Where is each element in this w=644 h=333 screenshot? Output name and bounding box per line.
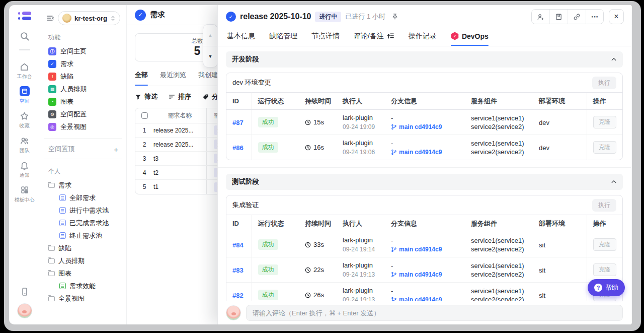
tree-item-all-requirements[interactable]: 全部需求 [46, 191, 120, 204]
folder-icon [48, 183, 55, 188]
app-logo-icon[interactable] [18, 11, 31, 21]
rail-item-notifications[interactable]: 通知 [9, 160, 40, 179]
sort-button[interactable]: 排序 [169, 92, 191, 101]
requirements-icon: ✓ [48, 60, 56, 68]
tree-folder-defects[interactable]: 缺陷 [46, 242, 120, 254]
rail-item-team[interactable]: 团队 [9, 136, 40, 154]
rail-item-template-center[interactable]: 模板中心 [9, 185, 40, 204]
run-id-link[interactable]: #87 [232, 119, 244, 126]
sidebar-item-staff-schedule[interactable]: ▦ 人员排期 [46, 83, 120, 95]
comment-input[interactable] [246, 305, 623, 321]
tree-folder-requirements[interactable]: 需求 [46, 179, 120, 191]
rail-item-label: 通知 [20, 172, 30, 179]
tree-folder-panorama[interactable]: 全景视图 [46, 292, 120, 305]
devops-hexagon-icon: Z [451, 32, 459, 40]
help-button[interactable]: ? 帮助 [588, 279, 625, 296]
add-pinned-icon[interactable]: + [114, 145, 118, 154]
tab-devops[interactable]: Z DevOps [451, 26, 489, 46]
run-row: #84 成功 33s lark-plugin09-24 19:14 -main … [226, 232, 623, 257]
search-icon[interactable] [20, 31, 30, 41]
clock-icon [305, 292, 311, 298]
sidebar-item-requirements[interactable]: ✓ 需求 [46, 57, 120, 70]
comment-bar [218, 301, 631, 324]
app-window: 工作台 空间 收藏 团队 通知 [4, 1, 641, 331]
filter-button[interactable]: 筛选 [135, 92, 157, 101]
screen: 工作台 空间 收藏 团队 通知 [0, 0, 644, 333]
template-grid-icon [20, 185, 29, 195]
run-button[interactable]: 执行 [592, 77, 616, 89]
sidebar-item-space-home[interactable]: ⓘ 空间主页 [46, 45, 120, 57]
run-id-link[interactable]: #82 [232, 292, 244, 299]
next-record-button[interactable]: ▼ [203, 46, 217, 68]
clone-button[interactable]: 克隆 [593, 238, 616, 251]
section-header-dev-stage[interactable]: 开发阶段 [226, 51, 623, 68]
add-collaborator-button[interactable] [532, 10, 549, 24]
sidebar-item-panorama[interactable]: ◎ 全景视图 [46, 120, 120, 133]
branch-link[interactable]: main cd4914c9 [399, 296, 442, 301]
more-button[interactable]: ⋯ [586, 10, 603, 24]
tab-comments[interactable]: 评论/备注 [354, 26, 394, 46]
branch-link[interactable]: main cd4914c9 [399, 149, 442, 156]
tree-item-terminated-pool[interactable]: 终止需求池 [46, 229, 120, 242]
select-all-checkbox[interactable] [141, 112, 148, 119]
previous-record-button[interactable]: ▲ [203, 25, 217, 46]
link-button[interactable] [568, 10, 586, 24]
runs-table: ID运行状态持续时间执行人分支信息服务组件部署环境操作 #84 成功 33s l… [226, 215, 623, 301]
section-label-personal: 个人 [48, 167, 120, 176]
tab-recent[interactable]: 最近浏览 [160, 71, 186, 86]
run-id-link[interactable]: #83 [232, 267, 244, 274]
clone-button[interactable]: 克隆 [593, 116, 616, 128]
collapse-sidebar-icon[interactable] [46, 14, 54, 22]
view-list-icon [59, 220, 66, 226]
run-id-link[interactable]: #84 [232, 241, 244, 249]
sidebar-item-charts[interactable]: ◔ 图表 [46, 95, 120, 108]
comment-sort-icon [387, 32, 394, 40]
org-selector[interactable]: kr-test-org [58, 11, 120, 25]
tab-node-details[interactable]: 节点详情 [311, 26, 340, 46]
defects-icon: ! [48, 73, 56, 81]
run-button[interactable]: 执行 [592, 199, 616, 212]
tree-item-inprogress-pool[interactable]: 进行中需求池 [46, 204, 120, 217]
clock-icon [305, 145, 311, 151]
tree-folder-schedule[interactable]: 人员排期 [46, 254, 120, 267]
sidebar-item-defects[interactable]: ! 缺陷 [46, 70, 120, 83]
run-status-badge: 成功 [258, 264, 278, 275]
rail-item-label: 空间 [20, 98, 30, 105]
rail-item-favorites[interactable]: 收藏 [9, 111, 40, 129]
tab-all[interactable]: 全部 [135, 71, 148, 86]
rail-item-workbench[interactable]: 工作台 [9, 61, 40, 80]
clone-button[interactable]: 克隆 [593, 263, 616, 276]
clone-button[interactable]: 克隆 [593, 141, 616, 154]
run-id-link[interactable]: #86 [232, 144, 244, 152]
requirements-icon: ✓ [135, 10, 146, 21]
org-name: kr-test-org [74, 15, 107, 22]
tab-operation-log[interactable]: 操作记录 [409, 26, 437, 46]
user-avatar[interactable] [17, 303, 32, 318]
tab-defect-management[interactable]: 缺陷管理 [269, 26, 297, 46]
close-icon[interactable]: × [609, 9, 624, 24]
mobile-app-icon[interactable] [20, 287, 29, 296]
folder-icon [48, 271, 55, 276]
git-branch-icon [391, 246, 397, 252]
git-branch-icon [391, 149, 397, 155]
branch-link[interactable]: main cd4914c9 [399, 271, 442, 278]
sidebar-item-space-config[interactable]: ⚙ 空间配置 [46, 108, 120, 120]
team-icon [20, 136, 29, 146]
section-header-test-stage[interactable]: 测试阶段 [226, 174, 623, 190]
tree-folder-charts[interactable]: 图表 [46, 267, 120, 280]
clock-icon [305, 242, 311, 248]
rail-item-space[interactable]: 空间 [9, 86, 40, 105]
runs-table-header: ID运行状态持续时间执行人分支信息服务组件部署环境操作 [226, 215, 623, 232]
gear-icon: ⚙ [48, 110, 56, 118]
tree-item-completed-pool[interactable]: 已完成需求池 [46, 217, 120, 229]
tab-basic-info[interactable]: 基本信息 [227, 26, 255, 46]
branch-link[interactable]: main cd4914c9 [399, 246, 442, 253]
pinned-spaces-label: 空间置顶 [48, 145, 74, 154]
bookmark-button[interactable] [549, 10, 568, 24]
executor-name: lark-plugin [343, 236, 383, 244]
branch-link[interactable]: main cd4914c9 [399, 123, 442, 130]
view-list-icon [59, 232, 66, 239]
run-status-badge: 成功 [258, 290, 278, 300]
tree-item-requirement-efficiency[interactable]: 需求效能 [46, 280, 120, 292]
pin-icon[interactable] [391, 13, 398, 20]
